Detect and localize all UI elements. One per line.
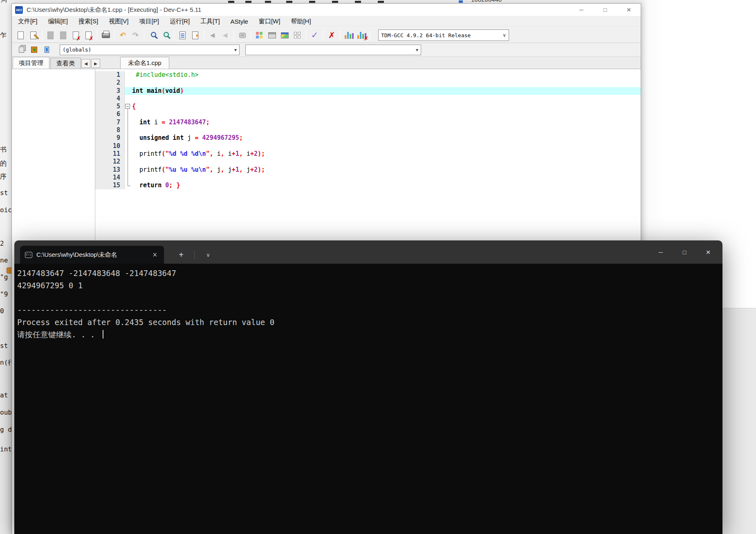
print-button[interactable] (99, 29, 112, 41)
fold-margin[interactable]: − (125, 103, 131, 110)
code-line[interactable]: 3int main(void) (95, 87, 641, 95)
profile-analysis-button[interactable] (343, 29, 355, 41)
close-all-button[interactable]: ✗ (82, 29, 95, 41)
syntax-check-button[interactable]: ✓ (308, 29, 321, 41)
devcpp-close-button[interactable]: × (617, 4, 641, 16)
run-icon (268, 32, 276, 38)
fold-margin (125, 119, 131, 126)
profile-chart-icon (345, 32, 354, 39)
menu-item[interactable]: 帮助[H] (285, 18, 316, 25)
code-line[interactable]: 10 (95, 142, 641, 150)
code-line[interactable]: 15 return 0; } (95, 182, 641, 189)
terminal-close-button[interactable]: × (696, 240, 720, 264)
back-button[interactable]: ◀ (206, 29, 219, 41)
tab-view-class[interactable]: 查看类 (50, 58, 81, 69)
code-token: 0 (165, 182, 169, 189)
line-number: 12 (95, 158, 125, 166)
goto-line-button[interactable] (189, 29, 202, 41)
replace-button[interactable] (176, 29, 189, 41)
tab-project-manager[interactable]: 项目管理 (13, 57, 49, 69)
code-line[interactable]: 14 (95, 174, 641, 182)
run-button[interactable] (266, 29, 278, 41)
abort-compilation-button[interactable]: ✗ (325, 29, 338, 41)
devcpp-minimize-button[interactable]: ─ (570, 4, 593, 16)
new-file-button[interactable] (14, 29, 27, 41)
devcpp-maximize-button[interactable]: □ (593, 4, 617, 16)
terminal-maximize-button[interactable]: □ (673, 240, 696, 264)
terminal-dropdown-button[interactable]: ∨ (199, 246, 217, 264)
code-token: \n (199, 150, 206, 157)
terminal-line: -------------------------------- (17, 304, 722, 316)
insert-member-button[interactable] (40, 44, 53, 56)
tab-scroll-left-button[interactable]: ◀ (81, 59, 90, 68)
line-number: 15 (95, 182, 125, 189)
compile-button[interactable] (253, 29, 266, 41)
code-token: unsigned (139, 134, 169, 141)
fold-margin (125, 134, 131, 142)
fold-margin (125, 150, 131, 158)
code-line[interactable]: 7 int i = 2147483647; (95, 119, 641, 126)
code-line[interactable]: 4 (95, 95, 641, 103)
code-line[interactable]: 1 #include<stdio.h> (95, 71, 641, 79)
members-select[interactable]: ▾ (245, 45, 421, 55)
find-button[interactable] (146, 29, 159, 41)
code-token: , (239, 166, 243, 173)
menu-item[interactable]: 运行[R] (164, 18, 195, 25)
code-line[interactable]: 11 printf("%d %d %d\n", i, i+1, i+2); (95, 150, 641, 158)
code-token: j (224, 166, 232, 173)
compile-and-run-button[interactable] (278, 29, 291, 41)
globals-select[interactable]: (globals) ▾ (60, 45, 240, 55)
tab-file-unnamed1[interactable]: 未命名1.cpp (120, 57, 169, 69)
rebuild-all-button[interactable] (291, 29, 304, 41)
fold-margin (125, 95, 131, 103)
menu-item[interactable]: AStyle (225, 18, 253, 25)
goto-implementation-button[interactable] (28, 44, 40, 56)
delete-profiling-button[interactable]: ✗ (355, 29, 368, 41)
terminal-minimize-button[interactable]: ─ (649, 240, 673, 264)
goto-declaration-button[interactable] (15, 44, 28, 56)
code-line[interactable]: 12 (95, 158, 641, 166)
code-line[interactable]: 6 (95, 110, 641, 118)
compiler-select[interactable]: TDM-GCC 4.9.2 64-bit Release ∨ (378, 29, 509, 41)
devcpp-titlebar[interactable]: DEV C:\Users\why\Desktop\未命名1.cpp - [Exe… (12, 4, 641, 16)
terminal-tab-close-icon[interactable]: × (150, 251, 159, 258)
code-token: ; (261, 166, 265, 173)
code-token (187, 166, 191, 173)
terminal-line: 请按任意键继续. . . (17, 328, 722, 341)
open-file-button[interactable] (27, 29, 40, 41)
chevron-down-icon: ▾ (416, 47, 418, 53)
menu-item[interactable]: 文件[F] (13, 18, 43, 25)
forward-button[interactable]: ◀ (219, 29, 231, 41)
close-file-button[interactable]: ✗ (70, 29, 82, 41)
menu-item[interactable]: 视图[V] (103, 18, 134, 25)
terminal-tab[interactable]: C:\ C:\Users\why\Desktop\未命名 × (20, 246, 164, 264)
terminal-output[interactable]: 2147483647 -2147483648 -2147483647429496… (14, 264, 722, 534)
terminal-titlebar[interactable]: C:\ C:\Users\why\Desktop\未命名 × + ∨ ─ □ × (14, 240, 722, 264)
pages-icon (19, 47, 24, 53)
code-line[interactable]: 2 (95, 79, 641, 87)
code-line[interactable]: 8 (95, 126, 641, 134)
printer-icon (102, 33, 110, 38)
menu-item[interactable]: 编辑[E] (43, 18, 73, 25)
toggle-breakpoint-button[interactable]: − (236, 29, 249, 41)
code-token: i (213, 150, 221, 157)
undo-button[interactable]: ↶ (117, 29, 129, 41)
code-token: , (210, 166, 213, 173)
menu-item[interactable]: 搜索[S] (73, 18, 103, 25)
fold-collapse-icon[interactable]: − (125, 104, 130, 109)
find-in-files-button[interactable] (159, 29, 172, 41)
menu-item[interactable]: 项目[P] (134, 18, 164, 25)
save-all-button[interactable] (57, 29, 70, 41)
menu-item[interactable]: 窗口[W] (253, 18, 286, 25)
menu-item[interactable]: 工具[T] (195, 18, 225, 25)
code-line[interactable]: 13 printf("%u %u %u\n", j, j+1, j+2); (95, 166, 641, 174)
tab-scroll-right-button[interactable]: ▶ (91, 59, 100, 68)
code-line[interactable]: 9 unsigned int j = 4294967295; (95, 134, 641, 142)
toolbar-separator (97, 30, 97, 40)
redo-button[interactable]: ↷ (129, 29, 142, 41)
terminal-new-tab-button[interactable]: + (173, 246, 189, 264)
save-button[interactable] (44, 29, 57, 41)
code-line[interactable]: 5−{ (95, 103, 641, 110)
code-token (132, 150, 139, 157)
code-token: " (206, 150, 210, 157)
